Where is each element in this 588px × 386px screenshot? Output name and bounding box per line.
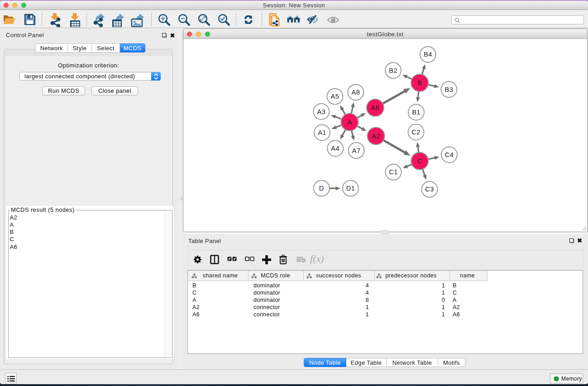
svg-text:B1: B1	[412, 109, 421, 116]
svg-text:C: C	[417, 157, 422, 165]
svg-text:A4: A4	[331, 145, 339, 152]
svg-text:B2: B2	[389, 67, 397, 74]
svg-text:A8: A8	[352, 89, 360, 96]
svg-text:A6: A6	[371, 104, 380, 111]
svg-text:B3: B3	[445, 86, 453, 93]
svg-text:C4: C4	[445, 151, 454, 158]
svg-text:A5: A5	[331, 93, 339, 100]
svg-text:B4: B4	[424, 51, 432, 58]
svg-text:C3: C3	[425, 186, 434, 193]
svg-text:A3: A3	[317, 108, 326, 115]
svg-text:A: A	[347, 119, 352, 126]
svg-text:D: D	[319, 185, 324, 192]
svg-text:B: B	[417, 79, 422, 86]
svg-text:C2: C2	[411, 129, 420, 136]
svg-text:A7: A7	[352, 147, 361, 154]
svg-text:A2: A2	[372, 133, 380, 140]
svg-text:A1: A1	[318, 129, 326, 136]
svg-text:C1: C1	[389, 168, 397, 176]
svg-text:D1: D1	[346, 185, 355, 192]
